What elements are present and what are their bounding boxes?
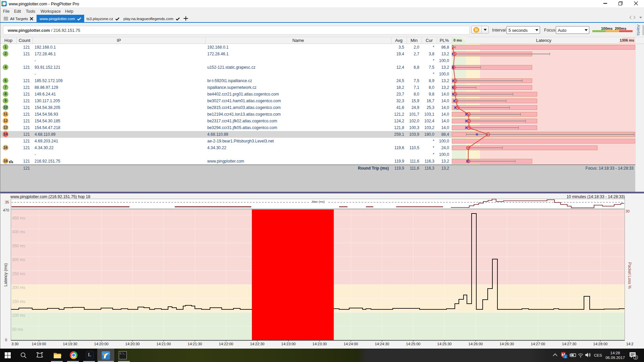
- svg-text:14:23:30: 14:23:30: [313, 342, 327, 346]
- svg-text:14:26:30: 14:26:30: [500, 342, 514, 346]
- svg-text:14:23:00: 14:23:00: [281, 342, 296, 346]
- svg-text:14:26:00: 14:26:00: [469, 342, 483, 346]
- svg-text:350 ms: 350 ms: [12, 244, 25, 248]
- svg-text:0: 0: [5, 338, 7, 342]
- svg-text:200 ms: 200 ms: [12, 285, 25, 290]
- svg-text:14:28:00: 14:28:00: [593, 342, 608, 346]
- svg-text:14:2: 14:2: [626, 342, 633, 346]
- svg-text:100 ms: 100 ms: [12, 313, 25, 318]
- svg-text:450 ms: 450 ms: [12, 216, 25, 221]
- svg-text:14:22:00: 14:22:00: [219, 342, 233, 346]
- svg-text:35: 35: [5, 200, 9, 204]
- svg-text:Jitter (ms): Jitter (ms): [311, 200, 325, 203]
- svg-text:3:30: 3:30: [11, 342, 18, 346]
- svg-text:14:27:00: 14:27:00: [531, 342, 545, 346]
- svg-text:14:21:00: 14:21:00: [157, 342, 171, 346]
- svg-text:470: 470: [3, 208, 9, 212]
- svg-text:14:25:30: 14:25:30: [437, 342, 452, 346]
- svg-text:400 ms: 400 ms: [12, 230, 25, 234]
- svg-text:14:24:30: 14:24:30: [375, 342, 389, 346]
- svg-text:14:19:30: 14:19:30: [63, 342, 77, 346]
- svg-text:3: 3: [635, 356, 637, 359]
- svg-text:30: 30: [626, 209, 630, 213]
- svg-text:Latency (ms): Latency (ms): [3, 263, 8, 286]
- svg-text:14:19:00: 14:19:00: [32, 342, 46, 346]
- svg-text:14:27:30: 14:27:30: [562, 342, 577, 346]
- svg-text:14:21:30: 14:21:30: [188, 342, 202, 346]
- svg-text:14:22:30: 14:22:30: [250, 342, 265, 346]
- svg-text:Packet Loss %: Packet Loss %: [627, 262, 632, 289]
- svg-text:250 ms: 250 ms: [12, 272, 25, 276]
- svg-text:50 ms: 50 ms: [12, 327, 23, 332]
- svg-text:14:20:30: 14:20:30: [125, 342, 140, 346]
- svg-text:300 ms: 300 ms: [12, 257, 25, 262]
- svg-text:14:25:00: 14:25:00: [406, 342, 421, 346]
- svg-text:14:20:00: 14:20:00: [94, 342, 109, 346]
- svg-text:150 ms: 150 ms: [12, 299, 25, 304]
- svg-text:14:24:00: 14:24:00: [344, 342, 358, 346]
